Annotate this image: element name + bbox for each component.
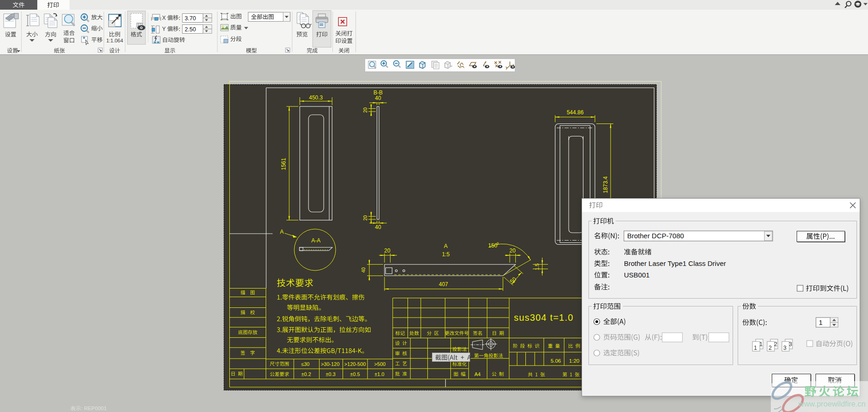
svg-text:3: 3: [783, 345, 786, 351]
svg-text:X: X: [162, 15, 166, 21]
svg-text:Y: Y: [162, 26, 166, 32]
svg-text:2: 2: [769, 345, 772, 351]
svg-text:40: 40: [375, 95, 381, 101]
svg-text:3: 3: [789, 341, 792, 347]
svg-text:5.06: 5.06: [551, 358, 561, 364]
svg-text:3.70: 3.70: [185, 15, 196, 22]
svg-text:1: 1: [759, 341, 763, 347]
svg-text:www.proewildfire.cn: www.proewildfire.cn: [798, 400, 866, 408]
svg-text:20: 20: [362, 107, 368, 113]
svg-text:1: 1: [754, 345, 757, 351]
svg-text:1:1.064: 1:1.064: [106, 38, 123, 43]
svg-text:2.50: 2.50: [185, 26, 196, 33]
svg-text:1561: 1561: [280, 158, 287, 170]
svg-text:2: 2: [774, 341, 777, 347]
svg-text:1873.4: 1873.4: [602, 176, 609, 193]
svg-text:>120-500: >120-500: [344, 361, 366, 367]
svg-text:A: A: [444, 243, 448, 249]
svg-text:1.5: 1.5: [534, 264, 540, 271]
svg-text:>500: >500: [374, 361, 386, 367]
svg-text:±1.0: ±1.0: [374, 371, 384, 377]
svg-text:A-A: A-A: [311, 237, 320, 244]
svg-text:1:5: 1:5: [442, 251, 450, 258]
svg-text:20: 20: [509, 247, 516, 254]
svg-text:544.86: 544.86: [567, 109, 584, 116]
svg-text:40: 40: [361, 267, 366, 273]
svg-text:USB001: USB001: [624, 271, 650, 279]
svg-text:1: 1: [819, 318, 822, 326]
svg-text:A: A: [280, 229, 284, 235]
svg-text:sus304 t=1.0: sus304 t=1.0: [514, 312, 574, 323]
svg-text:±0.5: ±0.5: [350, 371, 360, 377]
svg-text:20: 20: [384, 247, 390, 254]
svg-text:Brother DCP-7080: Brother DCP-7080: [627, 232, 684, 240]
svg-text:407: 407: [439, 281, 448, 288]
svg-text:450.3: 450.3: [309, 94, 323, 101]
svg-text:±0.3: ±0.3: [326, 371, 335, 377]
svg-text:±0.2: ±0.2: [301, 371, 311, 377]
svg-text:20: 20: [362, 215, 368, 221]
svg-text:>30-120: >30-120: [321, 361, 340, 367]
svg-text:≤30: ≤30: [301, 361, 309, 367]
svg-text:1:20: 1:20: [569, 358, 579, 364]
svg-text:A4: A4: [474, 371, 480, 377]
svg-text:Brother Laser Type1 Class Driv: Brother Laser Type1 Class Driver: [624, 259, 726, 267]
svg-text:表示: REP0001: 表示: REP0001: [70, 406, 107, 411]
svg-text:40: 40: [375, 224, 381, 230]
